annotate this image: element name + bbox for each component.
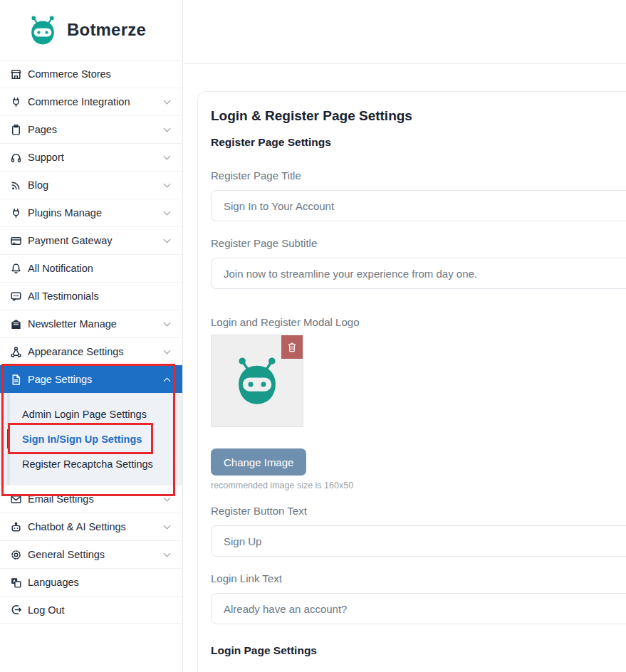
sidebar-item-commerce-stores[interactable]: Commerce Stores	[0, 60, 182, 88]
sidebar-item-label: Plugins Manage	[28, 207, 102, 219]
headset-icon	[10, 152, 22, 164]
sidebar-item-label: Support	[28, 152, 64, 163]
sidebar-item-label: Commerce Integration	[28, 96, 130, 107]
sidebar-item-log-out[interactable]: Log Out	[0, 596, 182, 624]
sidebar-item-label: Languages	[28, 577, 79, 588]
botmerze-logo-icon	[27, 15, 58, 46]
sidebar-item-blog[interactable]: Blog	[0, 171, 182, 199]
register-page-title-label: Register Page Title	[211, 169, 626, 183]
language-icon	[10, 577, 22, 589]
bell-icon	[10, 263, 22, 275]
chevron-down-icon	[164, 97, 171, 104]
modal-logo-label: Login and Register Modal Logo	[211, 315, 626, 330]
sidebar-item-languages[interactable]: Languages	[0, 568, 182, 596]
sidebar-item-label: Blog	[28, 179, 48, 191]
chevron-down-icon	[164, 347, 171, 354]
chevron-down-icon	[164, 152, 171, 159]
sidebar-item-label: Log Out	[28, 604, 65, 616]
envelope-open-icon	[10, 318, 22, 330]
sidebar-item-label: Pages	[28, 124, 57, 135]
sidebar-item-email-settings[interactable]: Email Settings	[0, 485, 182, 513]
submenu-item-register-recaptcha-settings[interactable]: Register Recaptcha Settings	[0, 451, 182, 476]
robot-icon	[10, 521, 22, 533]
sidebar-item-plugins-manage[interactable]: Plugins Manage	[0, 199, 182, 226]
chevron-down-icon	[164, 125, 171, 132]
delete-image-button[interactable]	[281, 335, 303, 359]
sidebar-item-label: Payment Gateway	[28, 235, 112, 246]
sidebar-item-pages[interactable]: Pages	[0, 115, 182, 143]
submenu-item-admin-login-page-settings[interactable]: Admin Login Page Settings	[0, 401, 182, 426]
register-section-heading: Register Page Settings	[211, 135, 626, 149]
sidebar-item-all-notification[interactable]: All Notification	[0, 254, 182, 282]
plug-icon	[10, 96, 22, 108]
chevron-down-icon	[164, 494, 171, 501]
brand: Botmerze	[0, 0, 182, 60]
comment-icon	[10, 290, 22, 303]
credit-card-icon	[10, 235, 22, 247]
chevron-up-icon	[164, 377, 171, 384]
sidebar-item-label: Appearance Settings	[28, 346, 124, 357]
chevron-down-icon	[164, 522, 171, 529]
main-content: Login & Register Page Settings Register …	[184, 0, 626, 672]
clipboard-icon	[10, 124, 22, 136]
login-link-text-input[interactable]	[211, 593, 626, 624]
page-settings-submenu: Admin Login Page Settings Sign In/Sign U…	[0, 393, 182, 485]
sidebar-item-newsletter-manage[interactable]: Newsletter Manage	[0, 310, 182, 337]
settings-card: Login & Register Page Settings Register …	[197, 91, 626, 672]
sidebar-item-label: All Notification	[28, 263, 93, 274]
sidebar-item-label: Email Settings	[28, 493, 94, 505]
sidebar-item-appearance-settings[interactable]: Appearance Settings	[0, 337, 182, 365]
store-icon	[10, 68, 22, 80]
chevron-down-icon	[164, 550, 171, 557]
envelope-icon	[10, 493, 22, 505]
sidebar-item-support[interactable]: Support	[0, 143, 182, 171]
register-page-title-input[interactable]	[211, 190, 626, 221]
sidebar-item-page-settings[interactable]: Page Settings	[0, 365, 182, 393]
register-button-text-label: Register Button Text	[211, 504, 626, 518]
sidebar-item-chatbot-ai-settings[interactable]: Chatbot & AI Settings	[0, 513, 182, 540]
sidebar-item-all-testimonials[interactable]: All Testimonials	[0, 282, 182, 310]
chevron-down-icon	[164, 180, 171, 187]
modal-logo-preview	[211, 335, 303, 427]
sidebar-item-label: Commerce Stores	[28, 68, 111, 80]
register-page-subtitle-input[interactable]	[211, 258, 626, 289]
submenu-item-sign-in-sign-up-settings[interactable]: Sign In/Sign Up Settings	[0, 426, 182, 451]
topbar	[184, 0, 626, 64]
sidebar-item-label: All Testimonials	[28, 290, 99, 302]
sidebar: Botmerze Commerce Stores Commerce Integr…	[0, 0, 183, 672]
sidebar-item-commerce-integration[interactable]: Commerce Integration	[0, 88, 182, 115]
modal-logo-image	[231, 356, 283, 406]
trash-icon	[288, 342, 296, 352]
plug-icon	[10, 207, 22, 219]
sidebar-item-general-settings[interactable]: General Settings	[0, 540, 182, 568]
sidebar-item-payment-gateway[interactable]: Payment Gateway	[0, 226, 182, 254]
page-title: Login & Register Page Settings	[211, 107, 626, 125]
nodes-icon	[10, 346, 22, 358]
sidebar-item-label: Page Settings	[28, 374, 92, 385]
sidebar-item-label: Newsletter Manage	[28, 318, 117, 330]
register-button-text-input[interactable]	[211, 525, 626, 557]
login-section-heading: Login Page Settings	[211, 644, 626, 658]
login-link-text-label: Login Link Text	[211, 572, 626, 586]
brand-name: Botmerze	[67, 20, 146, 40]
register-page-subtitle-label: Register Page Subtitle	[211, 236, 626, 251]
chevron-down-icon	[164, 319, 171, 326]
sidebar-item-label: General Settings	[28, 549, 105, 560]
file-icon	[10, 374, 22, 386]
chevron-down-icon	[164, 236, 171, 243]
chevron-down-icon	[164, 208, 171, 215]
image-size-hint: recommended image size is 160x50	[211, 481, 626, 490]
gear-icon	[10, 549, 22, 561]
blog-icon	[10, 179, 22, 191]
sidebar-item-label: Chatbot & AI Settings	[28, 521, 126, 532]
logout-icon	[10, 604, 22, 616]
change-image-button[interactable]: Change Image	[211, 448, 306, 476]
